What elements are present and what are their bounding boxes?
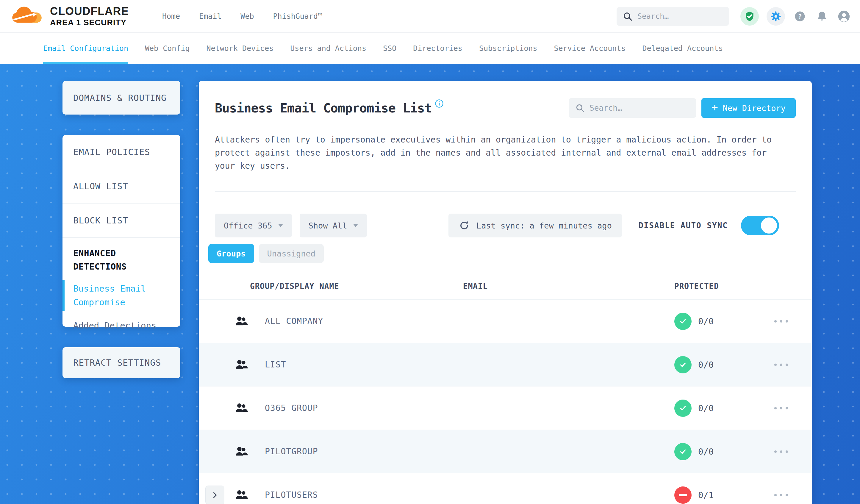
row-actions-menu[interactable] (774, 317, 788, 326)
sidebar-item-retract-settings: RETRACT SETTINGS (62, 358, 161, 368)
protected-status-badge (674, 443, 691, 460)
sidebar-card-domains-routing[interactable]: DOMAINS & ROUTING (62, 81, 180, 115)
sidebar-card-retract-settings[interactable]: RETRACT SETTINGS (62, 347, 180, 378)
list-search-input[interactable] (589, 103, 689, 113)
cloudflare-cloud-icon (11, 5, 46, 27)
plus-icon: + (712, 102, 718, 113)
list-search[interactable] (569, 98, 696, 118)
section-tab[interactable]: Directories (413, 33, 462, 64)
topbar: CLOUDFLARE AREA 1 SECURITY Home Email We… (0, 0, 860, 33)
group-name: PILOTUSERS (265, 490, 463, 500)
info-icon[interactable] (435, 99, 444, 109)
protected-status-badge (674, 313, 691, 330)
row-actions-menu[interactable] (774, 447, 788, 456)
protected-status-badge (674, 400, 691, 417)
check-icon (678, 360, 687, 369)
row-actions-menu[interactable] (774, 404, 788, 412)
group-icon (233, 316, 250, 327)
sidebar-item-domains-routing: DOMAINS & ROUTING (62, 93, 167, 103)
section-tab[interactable]: Email Configuration (43, 33, 128, 64)
section-tab[interactable]: Users and Actions (290, 33, 366, 64)
table-row[interactable]: PILOTGROUP 0/0 (199, 430, 812, 473)
sidebar-item-enhanced-detections[interactable]: ENHANCED DETECTIONS (73, 247, 150, 273)
topbar-icons: ? (740, 7, 851, 26)
table-row[interactable]: ALL COMPANY 0/0 (199, 299, 812, 343)
protected-count: 0/0 (698, 403, 714, 413)
sidebar-item[interactable]: ALLOW LIST (62, 169, 180, 203)
view-switcher: Groups Unassigned (208, 244, 796, 263)
gear-icon[interactable] (766, 7, 785, 26)
global-search-input[interactable] (637, 12, 723, 20)
check-icon (678, 447, 687, 456)
primary-nav-link[interactable]: PhishGuard™ (273, 12, 322, 20)
sidebar-item[interactable]: BLOCK LIST (62, 203, 180, 238)
protected-status-badge (674, 487, 691, 504)
group-name: PILOTGROUP (265, 447, 463, 456)
search-icon (575, 103, 585, 113)
group-icon (233, 403, 250, 414)
bell-icon[interactable] (815, 9, 829, 24)
group-name: LIST (265, 360, 463, 370)
page-title: Business Email Compromise List (215, 101, 432, 115)
section-tab[interactable]: Subscriptions (479, 33, 538, 64)
view-pill[interactable]: Unassigned (259, 244, 324, 263)
table-row[interactable]: O365_GROUP 0/0 (199, 386, 812, 430)
sidebar-card-policies: EMAIL POLICIES ALLOW LIST BLOCK LIST ENH… (62, 135, 180, 327)
row-actions-menu[interactable] (774, 491, 788, 499)
column-protected: PROTECTED (674, 282, 763, 291)
protected-count: 0/1 (698, 490, 714, 500)
global-search[interactable] (617, 7, 729, 26)
main-panel: Business Email Compromise List + New Dir… (199, 81, 812, 504)
search-icon (622, 11, 633, 21)
protected-status-badge (674, 356, 691, 373)
groups-table: GROUP/DISPLAY NAME EMAIL PROTECTED (199, 281, 812, 504)
sidebar-item-added-detections[interactable]: Added Detections (73, 319, 170, 332)
group-name: ALL COMPANY (265, 316, 463, 326)
protected-count: 0/0 (698, 447, 714, 457)
cloudflare-logo[interactable]: CLOUDFLARE AREA 1 SECURITY (11, 5, 129, 27)
primary-nav: Home Email Web PhishGuard™ (162, 12, 322, 20)
toggle-knob (761, 217, 777, 233)
chevron-right-icon (211, 491, 219, 499)
group-icon (233, 359, 250, 371)
directory-type-dropdown[interactable]: Office 365 (215, 214, 292, 237)
show-filter-dropdown[interactable]: Show All (300, 214, 367, 237)
primary-nav-link[interactable]: Web (241, 12, 254, 20)
table-row[interactable]: PILOTUSERS 0/1 (199, 473, 812, 504)
sidebar-item[interactable]: EMAIL POLICIES (62, 135, 180, 169)
section-tab[interactable]: Delegated Accounts (642, 33, 723, 64)
section-tab[interactable]: SSO (383, 33, 396, 64)
view-pill[interactable]: Groups (208, 244, 254, 263)
group-icon (233, 489, 250, 501)
expand-row-button[interactable] (205, 486, 224, 504)
section-tab[interactable]: Network Devices (206, 33, 274, 64)
auto-sync-toggle[interactable] (741, 216, 779, 235)
new-directory-button[interactable]: + New Directory (701, 98, 796, 118)
last-sync-status[interactable]: Last sync: a few minutes ago (448, 214, 622, 237)
primary-nav-link[interactable]: Home (162, 12, 180, 20)
row-actions-menu[interactable] (774, 361, 788, 369)
content-stage: DOMAINS & ROUTING EMAIL POLICIES ALLOW L… (0, 64, 860, 504)
chevron-down-icon (353, 224, 358, 227)
column-email: EMAIL (463, 282, 674, 291)
primary-nav-link[interactable]: Email (199, 12, 221, 20)
brand-name: CLOUDFLARE (50, 6, 129, 17)
avatar-icon[interactable] (837, 9, 851, 24)
help-icon[interactable]: ? (793, 9, 807, 24)
section-tab[interactable]: Web Config (145, 33, 190, 64)
column-group-display-name: GROUP/DISPLAY NAME (250, 282, 463, 291)
check-icon (678, 404, 687, 413)
disable-auto-sync-label: DISABLE AUTO SYNC (639, 221, 728, 230)
brand-subtitle: AREA 1 SECURITY (50, 18, 129, 27)
sidebar-item-business-email-compromise[interactable]: Business Email Compromise (73, 282, 150, 309)
protected-count: 0/0 (698, 316, 714, 326)
protected-count: 0/0 (698, 360, 714, 370)
chevron-down-icon (278, 224, 283, 227)
page-description: Attackers often try to impersonate execu… (215, 133, 782, 173)
table-row[interactable]: LIST 0/0 (199, 343, 812, 386)
svg-text:?: ? (798, 13, 802, 20)
shield-check-icon[interactable] (740, 7, 759, 26)
section-tab[interactable]: Service Accounts (554, 33, 626, 64)
group-name: O365_GROUP (265, 403, 463, 413)
refresh-icon (459, 220, 470, 231)
